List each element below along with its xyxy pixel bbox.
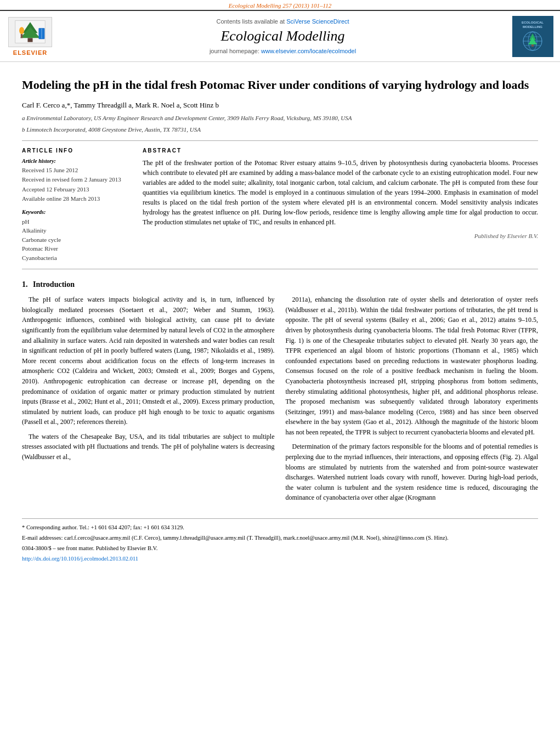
published-line: Published by Elsevier B.V. (143, 233, 538, 239)
revised-date: Received in revised form 2 January 2013 (22, 176, 132, 184)
received-date: Received 15 June 2012 (22, 166, 132, 174)
affiliation-2: b Limnotech Incorporated, 4008 Greystone… (22, 125, 538, 134)
footnotes: * Corresponding author. Tel.: +1 601 634… (22, 518, 538, 563)
authors-line: Carl F. Cerco a,*, Tammy Threadgill a, M… (22, 100, 538, 111)
section-divider (22, 269, 538, 269)
info-abstract-section: ARTICLE INFO Article history: Received 1… (22, 148, 538, 262)
intro-p4: Determination of the primary factors res… (286, 442, 539, 503)
affiliation-1: a Environmental Laboratory, US Army Engi… (22, 114, 538, 123)
journal-header: 🌿 ELSEVIER Contents lists available at S… (0, 10, 560, 62)
ecological-modelling-logo: ECOLOGICAL MODELLING (512, 16, 553, 57)
email-footnote: E-mail addresses: carl.f.cerco@usace.arm… (22, 534, 538, 542)
email-addresses: carl.f.cerco@usace.army.mil (C.F. Cerco)… (64, 535, 449, 541)
homepage-link[interactable]: www.elsevier.com/locate/ecolmodel (261, 48, 356, 54)
journal-logo-right: ECOLOGICAL MODELLING (511, 15, 555, 57)
keyword-4: Potomac River (22, 244, 132, 253)
intro-p2: The waters of the Chesapeake Bay, USA, a… (22, 432, 275, 462)
email-label: E-mail addresses: (22, 535, 63, 541)
elsevier-logo: 🌿 ELSEVIER (5, 15, 55, 57)
keyword-1: pH (22, 217, 132, 227)
abstract-text: The pH of the freshwater portion of the … (143, 158, 538, 227)
corresponding-footnote: * Corresponding author. Tel.: +1 601 634… (22, 523, 538, 532)
journal-citation: Ecological Modelling 257 (2013) 101–112 (229, 2, 331, 9)
intro-col-left: The pH of surface waters impacts biologi… (22, 295, 275, 507)
svg-rect-9 (21, 34, 23, 38)
article-info-heading: ARTICLE INFO (22, 148, 132, 154)
keywords-heading: Keywords: (22, 209, 132, 215)
keywords-section: Keywords: pH Alkalinity Carbonate cycle … (22, 209, 132, 263)
keyword-3: Carbonate cycle (22, 235, 132, 245)
sciverse-line: Contents lists available at SciVerse Sci… (216, 18, 349, 25)
doi-link[interactable]: http://dx.doi.org/10.1016/j.ecolmodel.20… (22, 556, 138, 562)
svg-rect-17 (531, 44, 534, 47)
elsevier-wordmark: ELSEVIER (13, 49, 47, 56)
article-body: Modeling the pH in the tidal fresh Potom… (0, 62, 560, 569)
elsevier-tree-logo: 🌿 (8, 17, 52, 47)
intro-p3: 2011a), enhancing the dissolution rate o… (286, 295, 539, 437)
svg-point-8 (19, 27, 24, 34)
article-info-col: ARTICLE INFO Article history: Received 1… (22, 148, 132, 262)
abstract-col: ABSTRACT The pH of the freshwater portio… (143, 148, 538, 262)
intro-body: The pH of surface waters impacts biologi… (22, 295, 538, 507)
introduction-section: 1. Introduction The pH of surface waters… (22, 280, 538, 507)
journal-name: Ecological Modelling (220, 28, 344, 44)
intro-col-right: 2011a), enhancing the dissolution rate o… (286, 295, 539, 507)
svg-rect-4 (27, 38, 32, 42)
issn-line: 0304-3800/$ – see front matter. Publishe… (22, 544, 538, 553)
available-date: Available online 28 March 2013 (22, 195, 132, 203)
keyword-5: Cyanobacteria (22, 253, 132, 263)
article-title: Modeling the pH in the tidal fresh Potom… (22, 77, 538, 93)
header-divider (22, 140, 538, 141)
sciverse-link[interactable]: SciVerse ScienceDirect (286, 18, 349, 25)
intro-p1: The pH of surface waters impacts biologi… (22, 295, 275, 427)
intro-heading: 1. Introduction (22, 280, 538, 289)
doi-line: http://dx.doi.org/10.1016/j.ecolmodel.20… (22, 555, 538, 563)
history-heading: Article history: (22, 158, 132, 164)
keyword-2: Alkalinity (22, 226, 132, 235)
top-banner: Ecological Modelling 257 (2013) 101–112 (0, 0, 560, 10)
journal-homepage-line: journal homepage: www.elsevier.com/locat… (210, 48, 356, 54)
abstract-heading: ABSTRACT (143, 148, 538, 154)
journal-info-center: Contents lists available at SciVerse Sci… (60, 15, 505, 57)
accepted-date: Accepted 12 February 2013 (22, 185, 132, 194)
